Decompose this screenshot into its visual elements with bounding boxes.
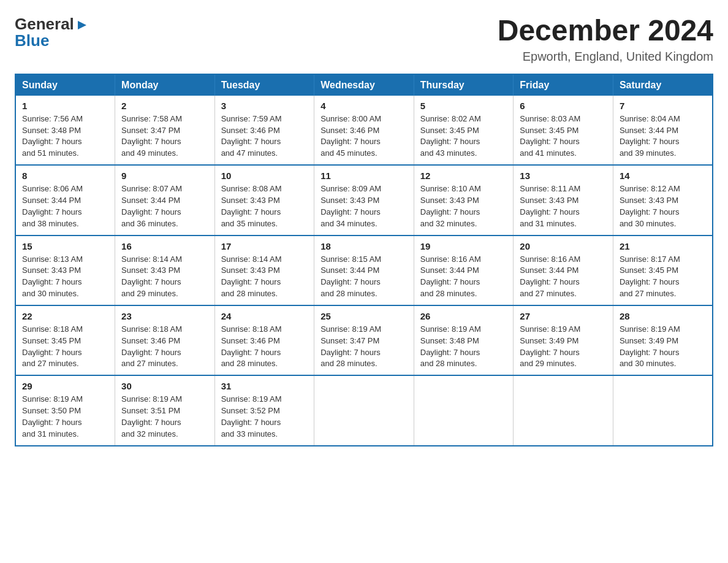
page-header: General Blue December 2024 Epworth, Engl… [15,15,713,64]
day-number: 9 [121,170,208,181]
weekday-header-row: Sunday Monday Tuesday Wednesday Thursday… [15,74,713,96]
day-info: Sunrise: 8:19 AMSunset: 3:49 PMDaylight:… [520,324,607,370]
calendar-week-row: 22Sunrise: 8:18 AMSunset: 3:45 PMDayligh… [15,305,713,375]
header-saturday: Saturday [613,74,713,96]
day-info: Sunrise: 7:59 AMSunset: 3:46 PMDaylight:… [221,113,308,159]
logo-blue-text: Blue [15,31,49,50]
calendar-day-9: 9Sunrise: 8:07 AMSunset: 3:44 PMDaylight… [115,165,215,235]
month-title: December 2024 [498,15,713,47]
header-monday: Monday [115,74,215,96]
day-info: Sunrise: 8:14 AMSunset: 3:43 PMDaylight:… [221,254,308,300]
day-number: 2 [121,101,208,111]
day-number: 23 [121,311,208,321]
logo-arrow-icon [75,18,89,32]
header-tuesday: Tuesday [214,74,314,96]
title-block: December 2024 Epworth, England, United K… [498,15,713,64]
day-number: 17 [221,241,308,251]
day-number: 16 [121,241,208,251]
day-info: Sunrise: 8:19 AMSunset: 3:48 PMDaylight:… [420,324,507,370]
calendar-week-row: 29Sunrise: 8:19 AMSunset: 3:50 PMDayligh… [15,375,713,445]
day-number: 19 [420,241,507,251]
day-number: 24 [221,311,308,321]
calendar-day-28: 28Sunrise: 8:19 AMSunset: 3:49 PMDayligh… [613,305,713,375]
day-number: 5 [420,101,507,111]
header-friday: Friday [514,74,613,96]
day-number: 8 [22,170,108,181]
day-info: Sunrise: 8:10 AMSunset: 3:43 PMDaylight:… [420,183,507,229]
day-number: 11 [320,170,408,181]
day-number: 12 [420,170,507,181]
calendar-week-row: 15Sunrise: 8:13 AMSunset: 3:43 PMDayligh… [15,236,713,305]
calendar-day-12: 12Sunrise: 8:10 AMSunset: 3:43 PMDayligh… [414,165,514,235]
calendar-table: Sunday Monday Tuesday Wednesday Thursday… [15,74,713,446]
calendar-day-7: 7Sunrise: 8:04 AMSunset: 3:44 PMDaylight… [613,96,713,165]
day-info: Sunrise: 8:07 AMSunset: 3:44 PMDaylight:… [121,183,208,229]
calendar-day-19: 19Sunrise: 8:16 AMSunset: 3:44 PMDayligh… [414,236,514,305]
calendar-empty-cell [613,375,713,445]
calendar-day-16: 16Sunrise: 8:14 AMSunset: 3:43 PMDayligh… [115,236,215,305]
calendar-day-10: 10Sunrise: 8:08 AMSunset: 3:43 PMDayligh… [214,165,314,235]
day-info: Sunrise: 8:04 AMSunset: 3:44 PMDaylight:… [620,113,706,159]
calendar-empty-cell [314,375,414,445]
calendar-day-22: 22Sunrise: 8:18 AMSunset: 3:45 PMDayligh… [15,305,115,375]
day-number: 10 [221,170,308,181]
day-number: 26 [420,311,507,321]
day-info: Sunrise: 8:15 AMSunset: 3:44 PMDaylight:… [320,254,408,300]
calendar-empty-cell [414,375,514,445]
day-info: Sunrise: 8:16 AMSunset: 3:44 PMDaylight:… [420,254,507,300]
calendar-day-8: 8Sunrise: 8:06 AMSunset: 3:44 PMDaylight… [15,165,115,235]
location-title: Epworth, England, United Kingdom [498,50,713,64]
day-info: Sunrise: 8:19 AMSunset: 3:47 PMDaylight:… [320,324,408,370]
calendar-day-24: 24Sunrise: 8:18 AMSunset: 3:46 PMDayligh… [214,305,314,375]
day-info: Sunrise: 8:12 AMSunset: 3:43 PMDaylight:… [620,183,706,229]
day-info: Sunrise: 8:14 AMSunset: 3:43 PMDaylight:… [121,254,208,300]
calendar-day-21: 21Sunrise: 8:17 AMSunset: 3:45 PMDayligh… [613,236,713,305]
calendar-day-14: 14Sunrise: 8:12 AMSunset: 3:43 PMDayligh… [613,165,713,235]
day-number: 21 [620,241,706,251]
day-number: 31 [221,381,308,391]
day-info: Sunrise: 7:58 AMSunset: 3:47 PMDaylight:… [121,113,208,159]
calendar-header: Sunday Monday Tuesday Wednesday Thursday… [15,74,713,96]
day-number: 1 [22,101,108,111]
calendar-day-4: 4Sunrise: 8:00 AMSunset: 3:46 PMDaylight… [314,96,414,165]
calendar-day-27: 27Sunrise: 8:19 AMSunset: 3:49 PMDayligh… [514,305,613,375]
day-info: Sunrise: 8:19 AMSunset: 3:52 PMDaylight:… [221,394,308,440]
day-number: 18 [320,241,408,251]
calendar-day-2: 2Sunrise: 7:58 AMSunset: 3:47 PMDaylight… [115,96,215,165]
day-info: Sunrise: 8:18 AMSunset: 3:46 PMDaylight:… [121,324,208,370]
day-info: Sunrise: 8:19 AMSunset: 3:49 PMDaylight:… [620,324,706,370]
day-number: 30 [121,381,208,391]
calendar-day-11: 11Sunrise: 8:09 AMSunset: 3:43 PMDayligh… [314,165,414,235]
day-number: 3 [221,101,308,111]
day-info: Sunrise: 8:00 AMSunset: 3:46 PMDaylight:… [320,113,408,159]
day-info: Sunrise: 8:18 AMSunset: 3:45 PMDaylight:… [22,324,108,370]
calendar-day-6: 6Sunrise: 8:03 AMSunset: 3:45 PMDaylight… [514,96,613,165]
day-info: Sunrise: 8:19 AMSunset: 3:50 PMDaylight:… [22,394,108,440]
day-info: Sunrise: 8:11 AMSunset: 3:43 PMDaylight:… [520,183,607,229]
day-info: Sunrise: 8:17 AMSunset: 3:45 PMDaylight:… [620,254,706,300]
day-number: 27 [520,311,607,321]
day-info: Sunrise: 8:06 AMSunset: 3:44 PMDaylight:… [22,183,108,229]
header-wednesday: Wednesday [314,74,414,96]
day-info: Sunrise: 8:02 AMSunset: 3:45 PMDaylight:… [420,113,507,159]
day-info: Sunrise: 8:18 AMSunset: 3:46 PMDaylight:… [221,324,308,370]
day-number: 6 [520,101,607,111]
calendar-day-30: 30Sunrise: 8:19 AMSunset: 3:51 PMDayligh… [115,375,215,445]
calendar-day-5: 5Sunrise: 8:02 AMSunset: 3:45 PMDaylight… [414,96,514,165]
day-info: Sunrise: 7:56 AMSunset: 3:48 PMDaylight:… [22,113,108,159]
calendar-day-20: 20Sunrise: 8:16 AMSunset: 3:44 PMDayligh… [514,236,613,305]
logo: General Blue [15,15,89,50]
day-number: 13 [520,170,607,181]
day-number: 28 [620,311,706,321]
day-number: 4 [320,101,408,111]
calendar-empty-cell [514,375,613,445]
calendar-day-15: 15Sunrise: 8:13 AMSunset: 3:43 PMDayligh… [15,236,115,305]
calendar-day-31: 31Sunrise: 8:19 AMSunset: 3:52 PMDayligh… [214,375,314,445]
day-number: 20 [520,241,607,251]
calendar-day-26: 26Sunrise: 8:19 AMSunset: 3:48 PMDayligh… [414,305,514,375]
calendar-day-18: 18Sunrise: 8:15 AMSunset: 3:44 PMDayligh… [314,236,414,305]
calendar-week-row: 8Sunrise: 8:06 AMSunset: 3:44 PMDaylight… [15,165,713,235]
calendar-day-23: 23Sunrise: 8:18 AMSunset: 3:46 PMDayligh… [115,305,215,375]
day-info: Sunrise: 8:09 AMSunset: 3:43 PMDaylight:… [320,183,408,229]
calendar-day-17: 17Sunrise: 8:14 AMSunset: 3:43 PMDayligh… [214,236,314,305]
